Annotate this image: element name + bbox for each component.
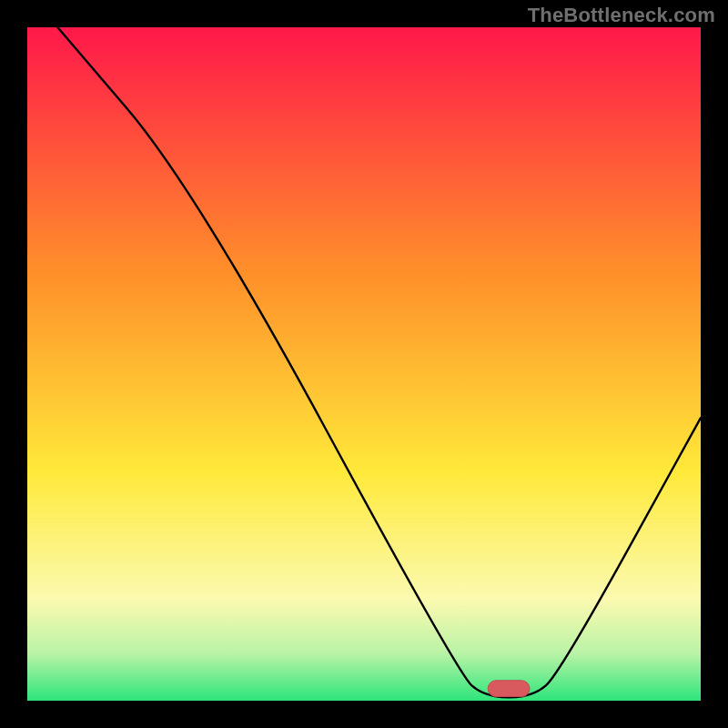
chart-frame: { "watermark": "TheBottleneck.com", "col… <box>0 0 728 728</box>
optimal-marker <box>488 681 530 697</box>
bottleneck-chart <box>0 0 728 728</box>
